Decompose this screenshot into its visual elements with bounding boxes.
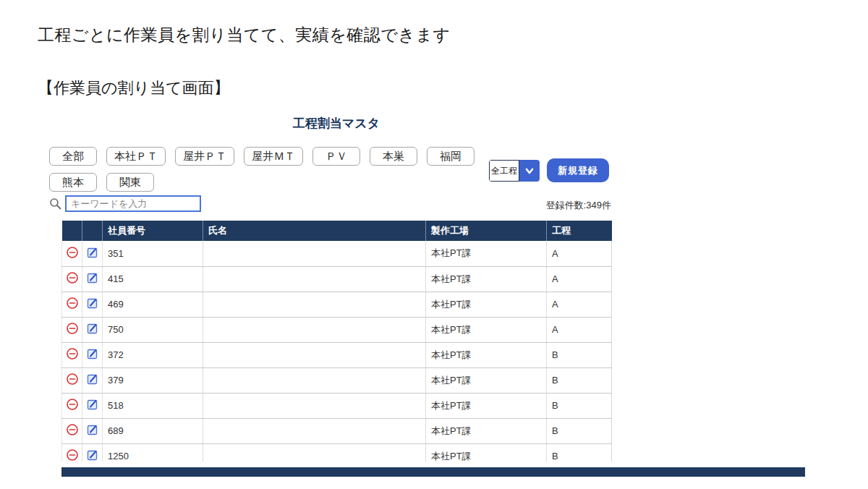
factory-filter-button[interactable]: 本社ＰＴ: [106, 147, 166, 166]
minus-circle-icon: [66, 423, 79, 438]
edit-row-button[interactable]: [86, 448, 99, 462]
delete-row-button[interactable]: [66, 246, 79, 261]
header-employee-no: 社員番号: [103, 221, 203, 241]
minus-circle-icon: [66, 448, 79, 462]
employee-no-cell: 379: [103, 367, 203, 393]
edit-row-button[interactable]: [86, 398, 99, 413]
edit-pencil-icon: [86, 246, 99, 261]
process-cell: B: [547, 418, 612, 443]
factory-filter-button[interactable]: 福岡: [427, 147, 475, 166]
register-new-button[interactable]: 新規登録: [547, 158, 609, 182]
minus-circle-icon: [66, 297, 79, 312]
employee-no-cell: 518: [103, 393, 203, 418]
header-factory: 製作工場: [426, 221, 547, 241]
chevron-down-icon: [519, 160, 540, 182]
delete-row-button[interactable]: [66, 347, 79, 362]
process-filter-value: 全工程: [489, 160, 519, 182]
edit-pencil-icon: [86, 448, 99, 462]
edit-pencil-icon: [86, 297, 99, 312]
name-cell: [203, 241, 426, 266]
process-cell: A: [547, 266, 612, 292]
keyword-search-input[interactable]: [65, 195, 201, 212]
delete-row-button[interactable]: [66, 322, 79, 337]
factory-cell: 本社PT課: [426, 241, 547, 266]
name-cell: [203, 317, 426, 342]
factory-filter-button[interactable]: 全部: [49, 147, 97, 166]
process-cell: B: [547, 342, 612, 367]
employee-no-cell: 469: [103, 292, 203, 317]
factory-cell: 本社PT課: [426, 342, 547, 367]
minus-circle-icon: [66, 347, 79, 362]
employee-no-cell: 750: [103, 317, 203, 342]
header-process: 工程: [547, 221, 612, 241]
edit-pencil-icon: [86, 373, 99, 388]
factory-filter-button[interactable]: 屋井ＰＴ: [175, 147, 234, 166]
edit-pencil-icon: [86, 398, 99, 413]
edit-row-button[interactable]: [86, 347, 99, 362]
table-row: 1250本社PT課B: [62, 443, 612, 462]
factory-filter-row-1: 全部本社ＰＴ屋井ＰＴ屋井ＭＴＰＶ本巣福岡: [49, 147, 475, 166]
name-cell: [203, 266, 426, 292]
edit-row-button[interactable]: [86, 297, 99, 312]
name-cell: [203, 292, 426, 317]
assignment-table-container: 社員番号 氏名 製作工場 工程 351本社PT課A415本社PT課A469本社P…: [61, 221, 612, 462]
process-cell: B: [547, 393, 612, 418]
factory-filter-button[interactable]: 本巣: [370, 147, 417, 166]
edit-pencil-icon: [86, 271, 99, 286]
table-row: 372本社PT課B: [62, 342, 612, 367]
minus-circle-icon: [66, 373, 79, 388]
process-filter-dropdown[interactable]: 全工程: [489, 160, 540, 182]
factory-cell: 本社PT課: [426, 266, 547, 292]
minus-circle-icon: [66, 322, 79, 337]
delete-row-button[interactable]: [66, 448, 79, 462]
page-title: 工程割当マスタ: [61, 115, 611, 132]
doc-subheading: 【作業員の割り当て画面】: [38, 77, 230, 99]
name-cell: [203, 342, 426, 367]
edit-row-button[interactable]: [86, 322, 99, 337]
employee-no-cell: 351: [103, 241, 203, 266]
delete-row-button[interactable]: [66, 398, 79, 413]
factory-filter-button[interactable]: 屋井ＭＴ: [244, 147, 303, 166]
header-edit-col: [82, 221, 103, 241]
name-cell: [203, 393, 426, 418]
delete-row-button[interactable]: [66, 271, 79, 286]
assignment-table: 社員番号 氏名 製作工場 工程 351本社PT課A415本社PT課A469本社P…: [61, 221, 612, 462]
factory-cell: 本社PT課: [426, 292, 547, 317]
factory-cell: 本社PT課: [426, 393, 547, 418]
minus-circle-icon: [66, 246, 79, 261]
delete-row-button[interactable]: [66, 373, 79, 388]
delete-row-button[interactable]: [66, 423, 79, 438]
edit-row-button[interactable]: [86, 423, 99, 438]
employee-no-cell: 415: [103, 266, 203, 292]
employee-no-cell: 1250: [103, 443, 203, 462]
table-row: 469本社PT課A: [62, 292, 612, 317]
edit-row-button[interactable]: [86, 271, 99, 286]
next-section-header-edge: [61, 467, 805, 477]
employee-no-cell: 372: [103, 342, 203, 367]
process-cell: B: [547, 367, 612, 393]
process-cell: A: [547, 241, 612, 266]
table-row: 415本社PT課A: [62, 266, 612, 292]
factory-filter-button[interactable]: 熊本: [49, 173, 97, 192]
edit-pencil-icon: [86, 347, 99, 362]
factory-filter-button[interactable]: 関東: [106, 173, 154, 192]
factory-filter-row-2: 熊本関東: [49, 173, 154, 192]
delete-row-button[interactable]: [66, 297, 79, 312]
name-cell: [203, 418, 426, 443]
edit-row-button[interactable]: [86, 246, 99, 261]
factory-cell: 本社PT課: [426, 367, 547, 393]
factory-cell: 本社PT課: [426, 418, 547, 443]
table-row: 351本社PT課A: [62, 241, 612, 266]
doc-heading: 工程ごとに作業員を割り当てて、実績を確認できます: [38, 24, 450, 46]
edit-pencil-icon: [86, 423, 99, 438]
edit-pencil-icon: [86, 322, 99, 337]
header-delete-col: [62, 221, 82, 241]
process-cell: A: [547, 317, 612, 342]
employee-no-cell: 689: [103, 418, 203, 443]
table-row: 689本社PT課B: [62, 418, 612, 443]
record-count-label: 登録件数:349件: [438, 199, 611, 212]
edit-row-button[interactable]: [86, 373, 99, 388]
table-row: 750本社PT課A: [62, 317, 612, 342]
factory-filter-button[interactable]: ＰＶ: [312, 147, 360, 166]
process-cell: B: [547, 443, 612, 462]
